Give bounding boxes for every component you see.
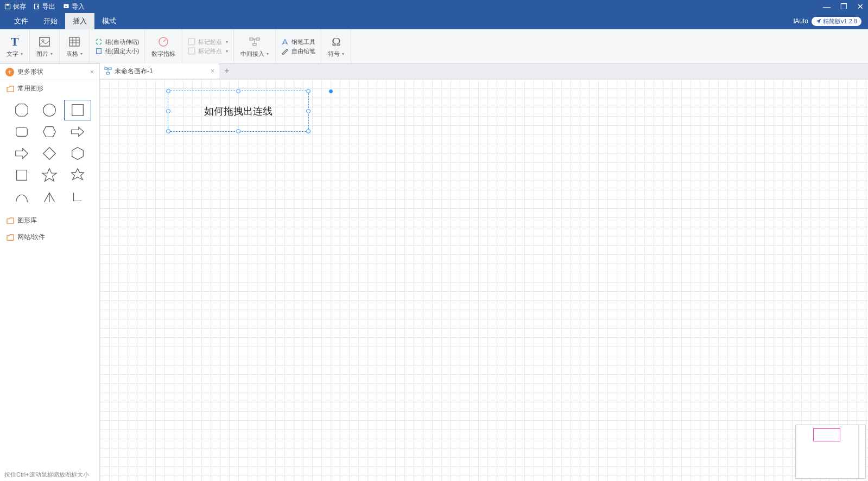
chevron-down-icon: ▾ (226, 40, 228, 44)
selected-text-box[interactable]: 如何拖拽出连线 (168, 91, 309, 132)
tab-close-button[interactable]: × (211, 67, 214, 75)
ribbon-num-indicator[interactable]: 数字指标 (145, 29, 182, 63)
checkbox-icon (188, 47, 195, 55)
export-icon (34, 3, 40, 10)
gauge-icon (157, 35, 170, 49)
chevron-down-icon: ▾ (226, 49, 228, 54)
svg-rect-13 (188, 39, 195, 45)
shape-circle[interactable] (37, 100, 63, 120)
shape-rect-tall[interactable] (9, 165, 35, 185)
save-button[interactable]: 保存 (4, 2, 26, 11)
tab-bar: 未命名画布-1 × + (100, 64, 868, 79)
ribbon-symbol[interactable]: Ω 符号▾ (321, 29, 351, 63)
svg-rect-16 (256, 38, 259, 40)
tab-add-button[interactable]: + (219, 63, 235, 79)
pen-tool-button[interactable]: 钢笔工具 (281, 38, 315, 46)
sidebar-close-button[interactable]: × (90, 68, 94, 76)
resize-handle-tm[interactable] (236, 89, 240, 93)
minimize-button[interactable]: — (823, 2, 831, 11)
menu-mode[interactable]: 模式 (94, 13, 124, 29)
menu-file[interactable]: 文件 (7, 13, 36, 29)
minimap-viewport[interactable] (813, 428, 840, 441)
crop-icon (95, 47, 103, 55)
shape-arch[interactable] (9, 187, 35, 207)
omega-icon: Ω (332, 35, 340, 49)
canvas-area: 未命名画布-1 × + 如何拖拽出连线 (100, 64, 868, 481)
ribbon-image[interactable]: 图片▾ (30, 29, 60, 63)
export-button[interactable]: 导出 (34, 2, 55, 11)
import-button[interactable]: 导入 (63, 2, 85, 11)
mark-end-button[interactable]: 标记终点▾ (188, 47, 228, 55)
save-icon (4, 3, 11, 10)
svg-rect-22 (72, 105, 84, 116)
resize-handle-ml[interactable] (166, 109, 170, 113)
window-controls: — ❐ ✕ (823, 2, 864, 11)
shape-hexagon[interactable] (37, 122, 63, 142)
shape-arrow-block[interactable] (9, 144, 35, 163)
resize-handle-tr[interactable] (306, 89, 311, 93)
shape-octagon[interactable] (9, 100, 35, 120)
brand-name: lAuto (794, 17, 808, 25)
ribbon-mark-options: 标记起点▾ 标记终点▾ (182, 29, 234, 63)
menu-insert[interactable]: 插入 (65, 13, 94, 29)
category-common[interactable]: 常用图形 (0, 80, 99, 97)
maximize-button[interactable]: ❐ (840, 2, 847, 11)
ribbon-pen-options: 钢笔工具 自由铅笔 (276, 29, 321, 63)
ribbon: T 文字▾ 图片▾ 表格▾ 组(自动伸缩) 组(固定大小) 数字指标 标记起点▾… (0, 29, 868, 64)
ribbon-mid-connect[interactable]: 中间接入▾ (234, 29, 276, 63)
shape-corner[interactable] (65, 187, 91, 207)
shape-rounded-rect[interactable] (9, 122, 35, 142)
canvas-grid (100, 79, 868, 481)
connection-handle[interactable] (328, 89, 333, 94)
svg-rect-1 (7, 4, 9, 6)
add-shape-button[interactable]: + (5, 68, 14, 76)
svg-rect-11 (97, 49, 102, 54)
checkbox-icon (188, 38, 195, 46)
text-content[interactable]: 如何拖拽出连线 (168, 91, 308, 131)
table-icon (68, 35, 81, 49)
shape-arrow-right-outline[interactable] (65, 122, 91, 142)
shape-square[interactable] (65, 100, 91, 120)
shape-diamond[interactable] (37, 144, 63, 163)
shape-star6[interactable] (65, 165, 91, 185)
chevron-down-icon: ▾ (267, 52, 269, 56)
category-library[interactable]: 图形库 (0, 212, 99, 229)
svg-marker-25 (43, 147, 56, 160)
mark-start-button[interactable]: 标记起点▾ (188, 38, 228, 46)
menu-start[interactable]: 开始 (36, 13, 65, 29)
plane-icon (816, 18, 821, 24)
resize-handle-bl[interactable] (166, 129, 170, 133)
shape-hexagon-flat[interactable] (65, 144, 91, 163)
flowchart-icon (104, 67, 112, 75)
canvas[interactable]: 如何拖拽出连线 (100, 79, 868, 481)
minimap-scroll[interactable] (859, 425, 865, 478)
chevron-down-icon: ▾ (50, 52, 53, 56)
shape-star5[interactable] (37, 165, 63, 185)
group-auto-button[interactable]: 组(自动伸缩) (95, 38, 139, 46)
shape-grid (0, 97, 99, 212)
resize-handle-bm[interactable] (236, 129, 240, 133)
resize-handle-br[interactable] (306, 129, 311, 133)
free-pencil-button[interactable]: 自由铅笔 (281, 47, 315, 55)
group-fixed-button[interactable]: 组(固定大小) (95, 47, 139, 55)
svg-marker-24 (43, 127, 56, 137)
close-button[interactable]: ✕ (857, 2, 864, 11)
version-pill[interactable]: 精简版v1.2.8 (812, 17, 861, 26)
resize-handle-tl[interactable] (166, 89, 170, 93)
svg-point-21 (43, 104, 56, 117)
resize-handle-mr[interactable] (306, 109, 311, 113)
tab-canvas-1[interactable]: 未命名画布-1 × (100, 63, 219, 79)
pencil-icon (281, 47, 289, 55)
category-web[interactable]: 网站/软件 (0, 229, 99, 246)
import-icon (63, 3, 69, 10)
ribbon-text[interactable]: T 文字▾ (0, 29, 30, 63)
minimap[interactable] (795, 425, 866, 479)
ribbon-table[interactable]: 表格▾ (60, 29, 90, 63)
version-label: 精简版v1.2.8 (823, 17, 857, 25)
folder-icon (7, 86, 14, 92)
svg-rect-23 (16, 127, 28, 137)
shape-triangle-split[interactable] (37, 187, 63, 207)
export-label: 导出 (42, 2, 55, 11)
svg-rect-17 (253, 43, 256, 46)
text-icon: T (11, 35, 19, 49)
